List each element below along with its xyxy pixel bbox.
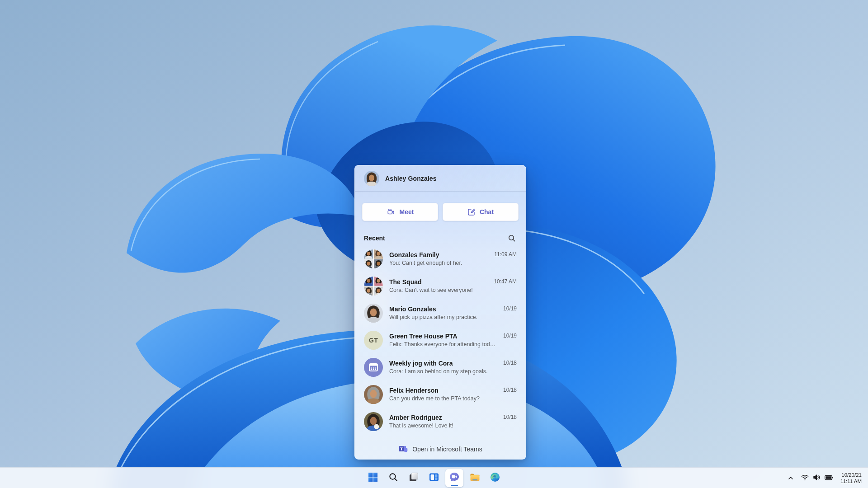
chat-preview: Felix: Thanks everyone for attending tod… (389, 341, 497, 348)
chat-preview: Cora: Can’t wait to see everyone! (389, 287, 487, 294)
chat-timestamp: 10:47 AM (494, 278, 517, 286)
widgets-button[interactable] (425, 469, 443, 487)
chat-name: Green Tree House PTA (389, 333, 497, 340)
teams-logo-icon (398, 444, 408, 455)
teams-chat-icon (448, 471, 460, 485)
video-camera-icon (387, 207, 396, 216)
start-button[interactable] (364, 469, 382, 487)
chat-preview: Can you drive me to the PTA today? (389, 395, 497, 402)
chat-list-item[interactable]: The Squad Cora: Can’t wait to see everyo… (355, 272, 526, 300)
search-button[interactable] (384, 469, 402, 487)
taskbar-clock[interactable]: 10/20/21 11:11 AM (838, 472, 864, 484)
recent-header: Recent (364, 233, 517, 243)
chat-timestamp: 10/19 (503, 332, 517, 340)
chat-avatar (364, 358, 383, 377)
folder-icon (469, 472, 481, 485)
chat-timestamp: 10/19 (503, 305, 517, 313)
chat-name: Felix Henderson (389, 387, 497, 394)
taskbar-time: 11:11 AM (840, 478, 862, 484)
recent-title: Recent (364, 235, 385, 242)
tray-chevron-up-icon[interactable] (785, 470, 797, 486)
chat-preview: You: Can’t get enough of her. (389, 260, 488, 267)
flyout-header: Ashley Gonzales (355, 165, 526, 192)
chat-list-item[interactable]: Amber Rodriguez That is awesome! Love it… (355, 408, 526, 435)
chat-avatar (364, 412, 383, 431)
chat-avatar: GT (364, 331, 383, 350)
widgets-icon (429, 472, 439, 484)
chat-timestamp: 11:09 AM (494, 251, 517, 258)
task-view-icon (408, 472, 419, 484)
volume-icon (813, 474, 821, 483)
chat-preview: Will pick up pizza after my practice. (389, 314, 497, 321)
chat-name: The Squad (389, 278, 487, 286)
user-name: Ashley Gonzales (385, 175, 437, 182)
chat-preview: That is awesome! Love it! (389, 422, 497, 429)
file-explorer-button[interactable] (466, 469, 484, 487)
taskbar: 10/20/21 11:11 AM (0, 467, 868, 488)
open-in-teams-label: Open in Microsoft Teams (412, 446, 482, 453)
battery-icon (825, 474, 833, 482)
meet-button-label: Meet (400, 208, 414, 216)
chat-avatar (364, 249, 383, 268)
teams-chat-flyout: Ashley Gonzales Meet (354, 165, 526, 460)
user-avatar (364, 171, 379, 186)
edge-icon (490, 472, 500, 484)
chat-timestamp: 10/18 (503, 413, 517, 421)
tray-status-icons[interactable] (798, 470, 836, 486)
chat-name: Gonzales Family (389, 251, 488, 259)
recent-list: Gonzales Family You: Can’t get enough of… (355, 245, 526, 435)
edge-button[interactable] (486, 469, 504, 487)
chat-avatar (364, 277, 383, 296)
chat-name: Mario Gonzales (389, 305, 497, 313)
chat-button[interactable]: Chat (443, 203, 519, 221)
chat-button-label: Chat (480, 208, 494, 216)
search-icon[interactable] (507, 233, 517, 243)
active-app-indicator (451, 485, 458, 486)
system-tray: 10/20/21 11:11 AM (785, 468, 864, 488)
open-in-teams-button[interactable]: Open in Microsoft Teams (355, 439, 526, 459)
desktop[interactable]: Ashley Gonzales Meet (0, 0, 868, 488)
chat-name: Weekly jog with Cora (389, 360, 497, 367)
chat-list-item[interactable]: Felix Henderson Can you drive me to the … (355, 381, 526, 408)
chat-list-item[interactable]: Mario Gonzales Will pick up pizza after … (355, 300, 526, 327)
compose-icon (467, 208, 476, 216)
chat-list-item[interactable]: Weekly jog with Cora Cora: I am so behin… (355, 354, 526, 381)
wifi-icon (801, 474, 809, 483)
teams-chat-button[interactable] (445, 469, 463, 487)
chat-avatar (364, 304, 383, 323)
taskbar-date: 10/20/21 (840, 472, 862, 478)
chat-timestamp: 10/18 (503, 386, 517, 394)
chat-list-item[interactable]: Gonzales Family You: Can’t get enough of… (355, 245, 526, 272)
meet-button[interactable]: Meet (362, 203, 438, 221)
task-view-button[interactable] (405, 469, 423, 487)
taskbar-center-buttons (364, 469, 504, 487)
chat-name: Amber Rodriguez (389, 414, 497, 422)
chat-preview: Cora: I am so behind on my step goals. (389, 368, 497, 375)
windows-logo-icon (368, 472, 378, 484)
chat-avatar (364, 385, 383, 404)
chat-timestamp: 10/18 (503, 359, 517, 367)
chat-list-item[interactable]: GT Green Tree House PTA Felix: Thanks ev… (355, 327, 526, 354)
quick-actions: Meet Chat (362, 203, 519, 221)
search-icon (388, 472, 398, 484)
